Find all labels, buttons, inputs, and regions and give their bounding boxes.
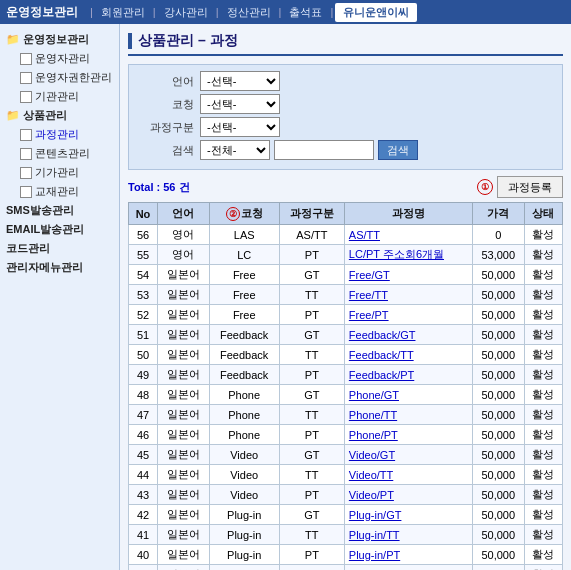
table-cell: 50,000 bbox=[472, 445, 524, 465]
table-cell: Free bbox=[209, 285, 279, 305]
table-cell[interactable]: Plug-in/TT bbox=[344, 525, 472, 545]
table-row: 51일본어FeedbackGTFeedback/GT50,000활성 bbox=[129, 325, 563, 345]
nav-item-members[interactable]: 회원관리 bbox=[95, 5, 151, 20]
table-cell: Feedback bbox=[209, 365, 279, 385]
cb-icon bbox=[20, 53, 32, 65]
table-cell: 활성 bbox=[524, 525, 562, 545]
table-cell[interactable]: Phone/GT bbox=[344, 385, 472, 405]
search-form: 언어 -선택- 영어 일본어 코청 -선택- 과정구분 -선택- AS/TT P… bbox=[128, 64, 563, 170]
register-button[interactable]: 과정등록 bbox=[497, 176, 563, 198]
col-code: ②코청 bbox=[209, 203, 279, 225]
col-type: 과정구분 bbox=[279, 203, 344, 225]
nav-item-active[interactable]: 유니운앤이씨 bbox=[335, 3, 417, 22]
search-type-select[interactable]: -전체- bbox=[200, 140, 270, 160]
table-cell: 50,000 bbox=[472, 505, 524, 525]
table-cell: Video bbox=[209, 485, 279, 505]
folder-icon: 📁 bbox=[6, 109, 20, 122]
table-cell: 50,000 bbox=[472, 425, 524, 445]
sidebar-folder-ops[interactable]: 📁 운영정보관리 bbox=[4, 30, 115, 49]
sidebar-item-email[interactable]: EMAIL발송관리 bbox=[4, 220, 115, 239]
table-cell: Plug-in bbox=[209, 545, 279, 565]
table-cell: 50,000 bbox=[472, 405, 524, 425]
table-cell: 45 bbox=[129, 445, 158, 465]
table-cell: 활성 bbox=[524, 505, 562, 525]
table-cell[interactable]: Free/PT bbox=[344, 305, 472, 325]
table-cell: 46 bbox=[129, 425, 158, 445]
table-row: 56영어LASAS/TTAS/TT0활성 bbox=[129, 225, 563, 245]
table-cell[interactable]: Feedback/TT bbox=[344, 345, 472, 365]
table-row: 53일본어FreeTTFree/TT50,000활성 bbox=[129, 285, 563, 305]
data-table: No 언어 ②코청 과정구분 과정명 가격 상태 56영어LASAS/TTAS/… bbox=[128, 202, 563, 570]
table-cell[interactable]: Plug-in/GT bbox=[344, 505, 472, 525]
sidebar-item-giga[interactable]: 기가관리 bbox=[18, 163, 115, 182]
table-cell: AS/TT bbox=[279, 225, 344, 245]
table-cell: 52 bbox=[129, 305, 158, 325]
col-name: 과정명 bbox=[344, 203, 472, 225]
table-cell: GT bbox=[279, 385, 344, 405]
table-cell[interactable]: Video/TT bbox=[344, 465, 472, 485]
table-cell: TT bbox=[279, 345, 344, 365]
nav-item-attendance[interactable]: 출석표 bbox=[283, 5, 328, 20]
search-button[interactable]: 검색 bbox=[378, 140, 418, 160]
sidebar-item-admin-menu[interactable]: 관리자메뉴관리 bbox=[4, 258, 115, 277]
table-cell: 활성 bbox=[524, 425, 562, 445]
circle2-icon: ② bbox=[226, 207, 240, 221]
table-cell: 활성 bbox=[524, 385, 562, 405]
cb-icon bbox=[20, 148, 32, 160]
table-cell[interactable]: Video/PT bbox=[344, 485, 472, 505]
table-cell[interactable]: Feedback/GT bbox=[344, 325, 472, 345]
table-row: 46일본어PhonePTPhone/PT50,000활성 bbox=[129, 425, 563, 445]
table-cell: 활성 bbox=[524, 285, 562, 305]
search-input[interactable] bbox=[274, 140, 374, 160]
table-cell[interactable]: Free/TT bbox=[344, 285, 472, 305]
cb-icon bbox=[20, 167, 32, 179]
search-label: 검색 bbox=[139, 143, 194, 158]
sidebar-item-admin[interactable]: 운영자관리 bbox=[18, 49, 115, 68]
table-cell: 53 bbox=[129, 285, 158, 305]
table-cell[interactable]: Phone/TT bbox=[344, 405, 472, 425]
sidebar-item-textbook[interactable]: 교재관리 bbox=[18, 182, 115, 201]
table-row: 43일본어VideoPTVideo/PT50,000활성 bbox=[129, 485, 563, 505]
title-text: 상품관리 – 과정 bbox=[138, 32, 238, 50]
col-lang: 언어 bbox=[158, 203, 210, 225]
table-cell: 39 bbox=[129, 565, 158, 571]
sidebar-item-org[interactable]: 기관관리 bbox=[18, 87, 115, 106]
cb-icon bbox=[20, 72, 32, 84]
sidebar-folder-products[interactable]: 📁 상품관리 bbox=[4, 106, 115, 125]
table-cell[interactable]: LC/GT bbox=[344, 565, 472, 571]
table-cell: PT bbox=[279, 425, 344, 445]
table-cell: 일본어 bbox=[158, 465, 210, 485]
table-row: 54일본어FreeGTFree/GT50,000활성 bbox=[129, 265, 563, 285]
table-cell: 50,000 bbox=[472, 465, 524, 485]
table-cell: Phone bbox=[209, 425, 279, 445]
nav-item-instructors[interactable]: 강사관리 bbox=[158, 5, 214, 20]
table-cell: 50,000 bbox=[472, 305, 524, 325]
sidebar-item-admin-auth[interactable]: 운영자권한관리 bbox=[18, 68, 115, 87]
code-select[interactable]: -선택- bbox=[200, 94, 280, 114]
table-cell: 50,000 bbox=[472, 485, 524, 505]
table-cell: TT bbox=[279, 405, 344, 425]
table-cell[interactable]: Phone/PT bbox=[344, 425, 472, 445]
table-cell: GT bbox=[279, 565, 344, 571]
table-header: Total : 56 건 ① 과정등록 bbox=[128, 176, 563, 198]
table-cell[interactable]: Plug-in/PT bbox=[344, 545, 472, 565]
sidebar-item-course[interactable]: 과정관리 bbox=[18, 125, 115, 144]
table-cell[interactable]: LC/PT 주소회6개월 bbox=[344, 245, 472, 265]
table-cell[interactable]: Free/GT bbox=[344, 265, 472, 285]
table-cell: 일본어 bbox=[158, 525, 210, 545]
sidebar-item-content[interactable]: 콘텐츠관리 bbox=[18, 144, 115, 163]
table-cell[interactable]: Feedback/PT bbox=[344, 365, 472, 385]
table-cell: 활성 bbox=[524, 365, 562, 385]
table-cell: 활성 bbox=[524, 305, 562, 325]
table-row: 41일본어Plug-inTTPlug-in/TT50,000활성 bbox=[129, 525, 563, 545]
lang-select[interactable]: -선택- 영어 일본어 bbox=[200, 71, 280, 91]
table-cell[interactable]: AS/TT bbox=[344, 225, 472, 245]
table-cell: 55 bbox=[129, 245, 158, 265]
nav-item-settlement[interactable]: 정산관리 bbox=[221, 5, 277, 20]
table-cell[interactable]: Video/GT bbox=[344, 445, 472, 465]
sidebar-item-sms[interactable]: SMS발송관리 bbox=[4, 201, 115, 220]
table-cell: 54 bbox=[129, 265, 158, 285]
type-select[interactable]: -선택- AS/TT PT GT TT bbox=[200, 117, 280, 137]
sidebar-item-code[interactable]: 코드관리 bbox=[4, 239, 115, 258]
table-cell: GT bbox=[279, 265, 344, 285]
